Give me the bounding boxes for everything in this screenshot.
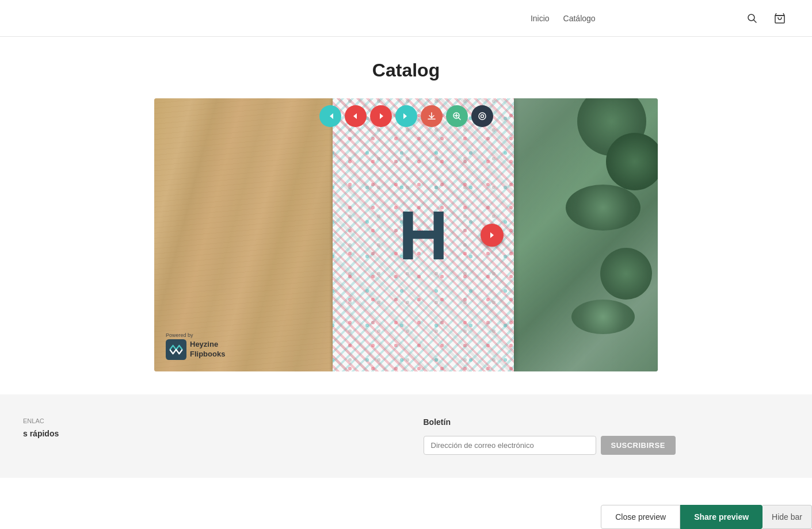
svg-line-4: [458, 117, 460, 120]
newsletter-form: SUSCRIBIRSE: [424, 436, 790, 455]
first-page-icon: [326, 112, 335, 121]
next-page-icon: [376, 112, 386, 121]
page-title: Catalog: [0, 60, 812, 81]
svg-line-1: [754, 20, 757, 22]
footer-content: ENLAC s rápidos Boletín SUSCRIBIRSE: [23, 417, 789, 455]
flipbook-bg-wood: [154, 98, 333, 371]
heyzine-line1: Heyzine: [190, 340, 225, 350]
newsletter-email-input[interactable]: [424, 436, 596, 455]
arrow-right-icon: [488, 231, 496, 239]
footer-links-col: ENLAC s rápidos: [23, 417, 389, 455]
powered-by-section: Powered by Heyzine Flipbooks: [166, 332, 225, 360]
download-icon: [427, 112, 436, 121]
svg-point-7: [479, 113, 486, 120]
flipbook-wrapper: H Powered by Heyzine Flip: [0, 98, 812, 394]
cover-letter: H: [398, 201, 448, 270]
flipbook-container[interactable]: H Powered by Heyzine Flip: [154, 98, 658, 371]
prev-page-icon: [351, 112, 360, 121]
footer-links-heading: s rápidos: [23, 429, 389, 438]
flipbook-toolbar: [319, 105, 493, 127]
page-next-arrow[interactable]: [481, 224, 504, 247]
nav-catalogo[interactable]: Catálogo: [563, 14, 596, 23]
header-icons: [743, 9, 789, 28]
footer-links-label: ENLAC: [23, 417, 389, 424]
prev-page-button[interactable]: [345, 105, 367, 127]
flipbook-bg-plants: [494, 98, 658, 371]
last-page-button[interactable]: [395, 105, 417, 127]
fullscreen-icon: [478, 112, 487, 121]
nav-inicio[interactable]: Inicio: [531, 14, 550, 23]
footer: ENLAC s rápidos Boletín SUSCRIBIRSE: [0, 394, 812, 478]
plant-3: [566, 185, 641, 231]
search-icon: [747, 13, 757, 24]
zoom-in-icon: [452, 112, 462, 121]
zoom-in-button[interactable]: [446, 105, 468, 127]
search-button[interactable]: [743, 9, 761, 28]
cart-button[interactable]: [771, 9, 789, 28]
heyzine-logo[interactable]: Heyzine Flipbooks: [166, 339, 225, 360]
powered-by-label: Powered by: [166, 332, 225, 338]
first-page-button[interactable]: [319, 105, 341, 127]
header-nav: Inicio Catálogo: [383, 14, 744, 23]
fullscreen-button[interactable]: [471, 105, 493, 127]
heyzine-logo-icon: [166, 339, 186, 360]
next-page-button[interactable]: [370, 105, 392, 127]
powered-by-content: Powered by Heyzine Flipbooks: [166, 332, 225, 360]
newsletter-heading: Boletín: [424, 417, 790, 427]
heyzine-brand-name: Heyzine Flipbooks: [190, 340, 225, 359]
download-button[interactable]: [421, 105, 443, 127]
footer-newsletter-col: Boletín SUSCRIBIRSE: [424, 417, 790, 455]
header: Inicio Catálogo: [0, 0, 812, 37]
last-page-icon: [402, 112, 411, 121]
cart-icon: [775, 13, 785, 24]
plant-5: [571, 300, 635, 334]
heyzine-line2: Flipbooks: [190, 350, 225, 359]
plant-4: [600, 248, 652, 300]
page-title-section: Catalog: [0, 37, 812, 98]
svg-point-8: [481, 115, 483, 118]
subscribe-button[interactable]: SUSCRIBIRSE: [601, 436, 676, 455]
plant-2: [606, 133, 658, 190]
